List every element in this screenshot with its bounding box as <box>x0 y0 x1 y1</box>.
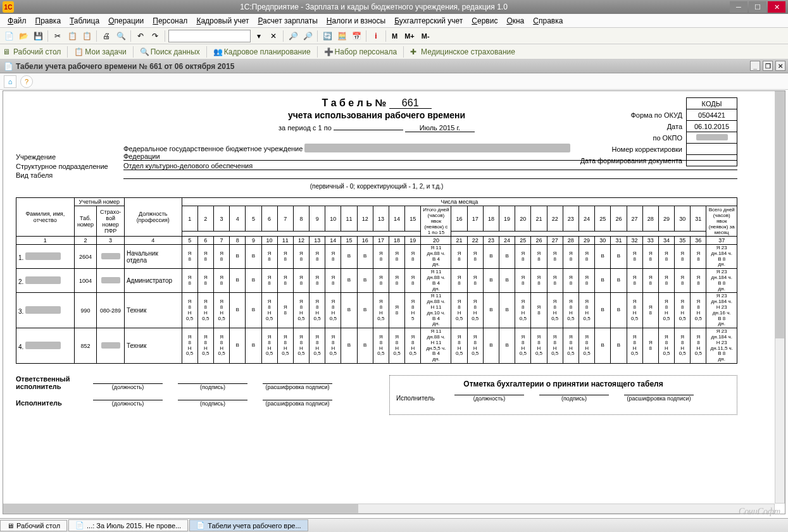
nav-planning[interactable]: 👥Кадровое планирование <box>213 47 311 56</box>
new-icon[interactable]: 📄 <box>3 30 15 42</box>
menu-accounting[interactable]: Бухгалтерский учет <box>391 15 466 27</box>
search-input[interactable] <box>168 30 251 42</box>
minimize-button[interactable]: ─ <box>730 1 747 13</box>
tasks-icon: 📋 <box>74 47 83 56</box>
close-button[interactable]: ✕ <box>768 1 785 13</box>
find-icon[interactable]: 🔎 <box>287 30 299 42</box>
undo-icon[interactable]: ↶ <box>134 30 147 42</box>
document-title: Табели учета рабочего времени № 661 от 0… <box>16 62 234 71</box>
planning-icon: 👥 <box>213 47 222 56</box>
home-icon[interactable]: ⌂ <box>4 75 16 88</box>
maximize-button[interactable]: ☐ <box>749 1 766 13</box>
m-button[interactable]: M <box>389 32 400 40</box>
menu-edit[interactable]: Правка <box>32 15 65 27</box>
window-title: 1С:Предприятие - Зарплата и кадры бюджет… <box>18 3 730 11</box>
nav-tasks[interactable]: 📋Мои задачи <box>74 47 126 56</box>
mminus-button[interactable]: M- <box>419 32 432 40</box>
help-icon[interactable]: i <box>370 30 382 42</box>
menu-personnel[interactable]: Персонал <box>149 15 191 27</box>
menu-bar: Файл Правка Таблица Операции Персонал Ка… <box>0 14 788 28</box>
copy-icon[interactable]: 📋 <box>66 30 78 42</box>
med-icon: ✚ <box>410 47 419 56</box>
open-icon[interactable]: 📂 <box>17 30 30 42</box>
clear-icon[interactable]: ✕ <box>267 30 280 42</box>
dropdown-icon[interactable]: ▾ <box>253 30 265 42</box>
find-next-icon[interactable]: 🔎 <box>301 30 314 42</box>
doc-minimize-button[interactable]: _ <box>750 61 760 71</box>
menu-operations[interactable]: Операции <box>104 15 147 27</box>
nav-recruit[interactable]: ➕Набор персонала <box>324 47 397 56</box>
nav-search[interactable]: 🔍Поиск данных <box>140 47 200 56</box>
nav-desktop[interactable]: 🖥Рабочий стол <box>3 47 61 56</box>
print-icon[interactable]: 🖨 <box>100 30 113 42</box>
mplus-button[interactable]: M+ <box>402 32 417 40</box>
save-icon[interactable]: 💾 <box>32 30 44 42</box>
menu-file[interactable]: Файл <box>4 15 30 27</box>
document-toolbar: ⌂ ? <box>0 73 788 90</box>
document-title-bar: 📄 Табели учета рабочего времени № 661 от… <box>0 59 788 73</box>
recruit-icon: ➕ <box>324 47 333 56</box>
calc-icon[interactable]: 🧮 <box>335 30 348 42</box>
paste-icon[interactable]: 📋 <box>80 30 93 42</box>
menu-help[interactable]: Справка <box>529 15 566 27</box>
help-circle-icon[interactable]: ? <box>20 75 33 88</box>
refresh-icon[interactable]: 🔄 <box>321 30 334 42</box>
app-logo: 1C <box>3 1 14 13</box>
search-icon: 🔍 <box>140 47 149 56</box>
doc-restore-button[interactable]: ❐ <box>763 61 773 71</box>
title-bar: 1C 1С:Предприятие - Зарплата и кадры бюд… <box>0 0 788 14</box>
cut-icon[interactable]: ✂ <box>51 30 64 42</box>
desktop-icon: 🖥 <box>3 47 11 56</box>
main-toolbar: 📄 📂 💾 ✂ 📋 📋 🖨 🔍 ↶ ↷ ▾ ✕ 🔎 🔎 🔄 🧮 📅 i M M+… <box>0 28 788 44</box>
redo-icon[interactable]: ↷ <box>149 30 161 42</box>
menu-windows[interactable]: Окна <box>503 15 528 27</box>
menu-taxes[interactable]: Налоги и взносы <box>323 15 389 27</box>
menu-service[interactable]: Сервис <box>468 15 501 27</box>
menu-payroll[interactable]: Расчет зарплаты <box>254 15 321 27</box>
calendar-icon[interactable]: 📅 <box>350 30 363 42</box>
nav-bar: 🖥Рабочий стол 📋Мои задачи 🔍Поиск данных … <box>0 44 788 59</box>
nav-med[interactable]: ✚Медицинское страхование <box>410 47 515 56</box>
menu-hr[interactable]: Кадровый учет <box>192 15 253 27</box>
preview-icon[interactable]: 🔍 <box>115 30 127 42</box>
doc-icon: 📄 <box>4 62 13 71</box>
menu-table[interactable]: Таблица <box>66 15 103 27</box>
doc-close-button[interactable]: ✕ <box>775 61 785 71</box>
